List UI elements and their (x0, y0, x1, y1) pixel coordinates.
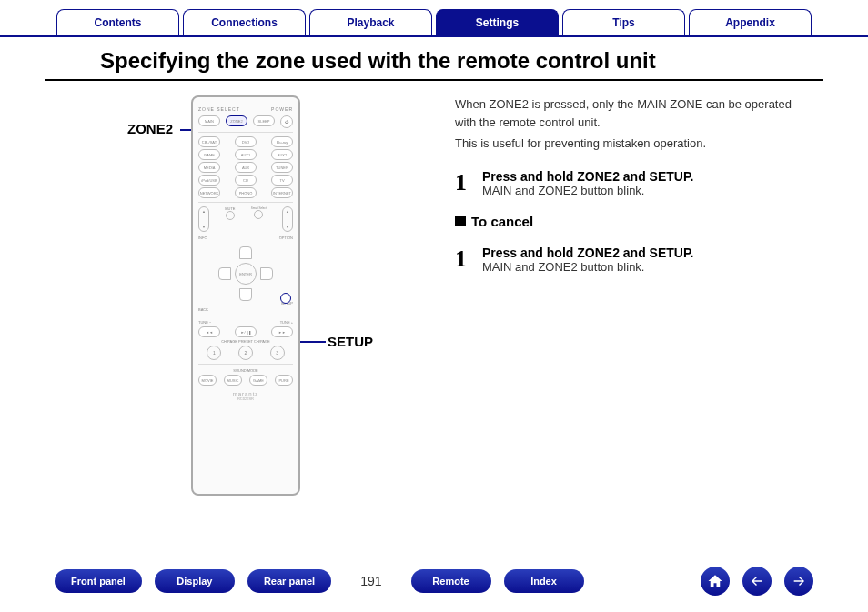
content: ZONE2 SETUP ZONE SELECT POWER MAIN ZONE2… (0, 95, 868, 496)
remote-btn-src9: TUNER (271, 162, 293, 173)
remote-btn-src8: AUX (235, 162, 257, 173)
remote-dpad-down (239, 288, 252, 301)
page-title: Specifying the zone used with the remote… (45, 37, 823, 81)
top-nav: Contents Connections Playback Settings T… (0, 0, 868, 37)
remote-sound-1: MOVIE (198, 375, 217, 386)
arrow-left-icon (750, 574, 764, 588)
step-cancel-1: 1 Press and hold ZONE2 and SETUP. MAIN a… (455, 246, 813, 274)
remote-ch-btn: ▲▼ (198, 206, 209, 232)
remote-btn-src2: DVD (235, 136, 257, 147)
remote-btn-next: ►► (271, 326, 293, 337)
remote-btn-src12: TV (271, 175, 293, 186)
remote-sound-mode-label: SOUND MODE (198, 368, 293, 373)
home-button[interactable] (701, 567, 730, 596)
remote-preset-3: 3 (270, 346, 285, 360)
cancel-heading-text: To cancel (471, 214, 533, 229)
remote-btn-src1: CBL/SAT (198, 136, 220, 147)
remote-sound-2: MUSIC (224, 375, 242, 386)
remote-dpad-enter: ENTER (235, 263, 257, 285)
bottom-btn-front-panel[interactable]: Front panel (55, 569, 142, 593)
remote-control: ZONE SELECT POWER MAIN ZONE2 SLEEP ⏻ CBL… (191, 95, 300, 496)
step-cancel-1-title: Press and hold ZONE2 and SETUP. (482, 246, 813, 260)
remote-btn-src3: Blu-ray (271, 136, 293, 147)
bottom-nav: Front panel Display Rear panel 191 Remot… (0, 567, 868, 596)
remote-tune-minus: TUNE − (198, 320, 211, 325)
remote-btn-power: ⏻ (280, 115, 293, 128)
tab-playback[interactable]: Playback (309, 9, 432, 35)
square-bullet-icon (455, 216, 466, 226)
tab-contents[interactable]: Contents (56, 9, 179, 35)
zone-select-label: ZONE SELECT (198, 106, 271, 112)
remote-illustration-area: ZONE2 SETUP ZONE SELECT POWER MAIN ZONE2… (55, 95, 437, 496)
remote-btn-src15: INTERNET (271, 187, 293, 198)
remote-mute-btn (226, 211, 235, 220)
remote-dpad-up (239, 246, 252, 259)
remote-back-label: BACK (198, 307, 208, 312)
home-icon (707, 573, 723, 589)
page-number: 191 (344, 574, 398, 588)
step-1-num: 1 (455, 169, 482, 196)
prev-page-button[interactable] (742, 567, 772, 596)
remote-btn-src14: PHONO (235, 187, 257, 198)
step-1-title: Press and hold ZONE2 and SETUP. (482, 169, 813, 184)
remote-btn-src4: GAME (198, 149, 220, 160)
cancel-heading: To cancel (455, 214, 813, 229)
bottom-btn-index[interactable]: Index (504, 569, 584, 593)
remote-preset-2: 2 (238, 346, 253, 360)
remote-smart-btn (254, 210, 263, 219)
remote-model: RC022SR (198, 396, 293, 401)
remote-preset-label: CH/PAGE PRESET CH/PAGE (198, 339, 293, 344)
arrow-right-icon (792, 574, 806, 588)
intro-para-2: This is useful for preventing mistaken o… (455, 135, 813, 153)
remote-btn-src6: AUX2 (271, 149, 293, 160)
intro-para-1: When ZONE2 is pressed, only the MAIN ZON… (455, 95, 813, 131)
remote-btn-prev: ◄◄ (198, 326, 220, 337)
remote-tune-plus: TUNE + (280, 320, 293, 325)
remote-dpad-left (218, 267, 231, 280)
remote-btn-sleep: SLEEP (253, 115, 275, 126)
bottom-btn-rear-panel[interactable]: Rear panel (247, 569, 331, 593)
remote-btn-src10: iPod/USB (198, 175, 220, 186)
remote-option-label: OPTION (279, 236, 293, 240)
tab-connections[interactable]: Connections (183, 9, 306, 35)
remote-dpad-right (260, 267, 273, 280)
remote-sound-3: GAME (249, 375, 267, 386)
remote-btn-src13: NETWORK (198, 187, 220, 198)
remote-btn-main: MAIN (198, 115, 220, 126)
remote-dpad: ENTER (218, 246, 273, 301)
remote-btn-src7: MEDIA (198, 162, 220, 173)
step-1-sub: MAIN and ZONE2 button blink. (482, 184, 813, 197)
step-cancel-1-sub: MAIN and ZONE2 button blink. (482, 260, 813, 274)
remote-vol-btn: ▲▼ (282, 206, 293, 232)
remote-btn-src5: AUX1 (235, 149, 257, 160)
remote-btn-play: ►/❚❚ (235, 326, 257, 337)
tab-appendix[interactable]: Appendix (689, 9, 812, 35)
remote-preset-1: 1 (207, 346, 221, 360)
remote-btn-setup (280, 293, 291, 304)
power-label: POWER (271, 106, 293, 112)
next-page-button[interactable] (784, 567, 813, 596)
callout-setup-label: SETUP (328, 334, 373, 349)
remote-sound-4: PURE (275, 375, 293, 386)
remote-btn-src11: CD (235, 175, 257, 186)
remote-info-label: INFO (198, 236, 207, 240)
step-cancel-1-num: 1 (455, 246, 482, 273)
step-1: 1 Press and hold ZONE2 and SETUP. MAIN a… (455, 169, 813, 197)
instructions: When ZONE2 is pressed, only the MAIN ZON… (437, 95, 813, 496)
tab-tips[interactable]: Tips (562, 9, 685, 35)
remote-btn-zone2: ZONE2 (226, 115, 247, 126)
bottom-btn-remote[interactable]: Remote (411, 569, 491, 593)
tab-settings[interactable]: Settings (436, 9, 559, 35)
callout-zone2-label: ZONE2 (127, 121, 173, 136)
bottom-btn-display[interactable]: Display (155, 569, 235, 593)
